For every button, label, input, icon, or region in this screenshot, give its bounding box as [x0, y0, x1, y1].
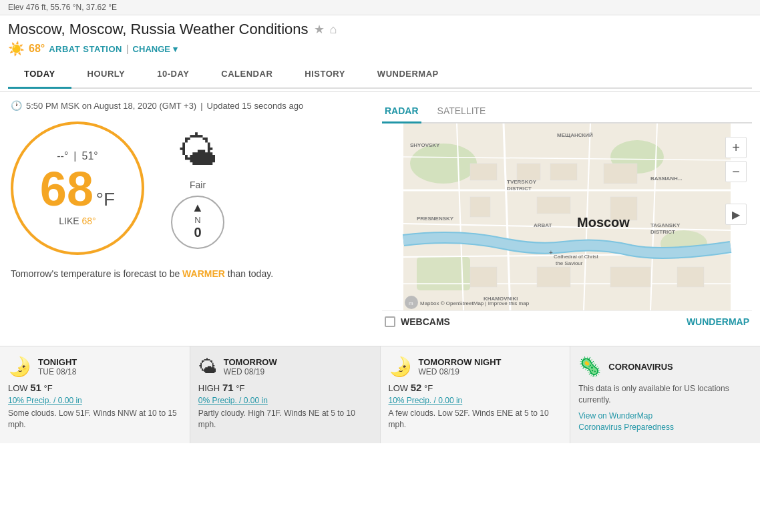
svg-rect-19 — [537, 197, 570, 214]
svg-text:DISTRICT: DISTRICT — [507, 186, 532, 192]
svg-rect-17 — [604, 164, 637, 184]
svg-text:Cathedral of Christ: Cathedral of Christ — [554, 254, 598, 260]
sun-icon: ☀️ — [8, 41, 25, 57]
tomorrow-period: TOMORROW — [224, 357, 277, 367]
svg-rect-18 — [470, 197, 490, 217]
map-tabs: RADAR SATELLITE — [382, 100, 752, 123]
tonight-temp-row: LOW 51 °F — [8, 382, 182, 393]
webcam-label: WEBCAMS — [401, 316, 450, 327]
tomorrow-night-period: TOMORROW NIGHT — [419, 357, 502, 367]
svg-text:Mapbox © OpenStreetMap | Impro: Mapbox © OpenStreetMap | Improve this ma… — [420, 300, 530, 306]
home-icon[interactable]: ⌂ — [330, 23, 337, 37]
tab-satellite[interactable]: SATELLITE — [435, 100, 489, 123]
tonight-date: TUE 08/18 — [38, 367, 77, 376]
change-link[interactable]: CHANGE ▾ — [133, 44, 178, 54]
tonight-temp-value: 51 — [30, 382, 41, 393]
wind-speed: 0 — [194, 225, 201, 240]
svg-text:the Saviour: the Saviour — [556, 260, 583, 266]
card-header-tomorrow: 🌤 TOMORROW WED 08/19 — [198, 356, 372, 378]
map-svg: SHYOVSKY МЕЩАНСКИЙ TVERSKOY DISTRICT BAS… — [382, 123, 752, 310]
svg-text:МЕЩАНСКИЙ: МЕЩАНСКИЙ — [557, 132, 593, 138]
svg-text:BASMANН...: BASMANН... — [650, 176, 683, 182]
tomorrow-precip[interactable]: 0% Precip. / 0.00 in — [198, 396, 372, 405]
station-row: ☀️ 68° ARBAT STATION | CHANGE ▾ — [8, 41, 752, 57]
tomorrow-night-temp-label: LOW — [389, 383, 409, 393]
timestamp-row: 🕐 5:50 PM MSK on August 18, 2020 (GMT +3… — [11, 100, 363, 111]
svg-text:PRESNENSKY: PRESNENSKY — [417, 216, 454, 222]
elevation-text: Elev 476 ft, 55.76 °N, 37.62 °E — [8, 3, 117, 12]
tab-wundermap[interactable]: WUNDERMAP — [361, 62, 455, 87]
nav-tabs: TODAY HOURLY 10-DAY CALENDAR HISTORY WUN… — [8, 62, 752, 89]
change-label: CHANGE — [133, 44, 170, 54]
station-name: ARBAT STATION — [49, 44, 122, 54]
wundermap-link[interactable]: WUNDERMAP — [687, 316, 749, 327]
card-title-tomorrow: TOMORROW WED 08/19 — [224, 357, 277, 376]
webcam-checkbox[interactable] — [385, 316, 395, 327]
tomorrow-temp-label: HIGH — [198, 383, 220, 393]
separator: | — [200, 101, 202, 111]
corona-link-preparedness[interactable]: Coronavirus Preparedness — [578, 423, 752, 432]
map-zoom-in-button[interactable]: + — [725, 137, 747, 158]
webcam-section: WEBCAMS — [385, 316, 450, 327]
map-play-button[interactable]: ▶ — [725, 204, 747, 225]
tomorrow-night-icon: 🌛 — [389, 356, 412, 378]
map-zoom-out-button[interactable]: − — [725, 161, 747, 182]
timestamp: 5:50 PM MSK on August 18, 2020 (GMT +3) — [26, 101, 196, 111]
forecast-after: than today. — [225, 268, 273, 279]
card-header-tomorrow-night: 🌛 TOMORROW NIGHT WED 08/19 — [389, 356, 562, 378]
tab-today[interactable]: TODAY — [8, 62, 71, 89]
feels-like-label: LIKE — [59, 216, 79, 226]
tonight-temp-label: LOW — [8, 383, 28, 393]
tomorrow-temp-unit: °F — [236, 383, 244, 393]
svg-rect-15 — [517, 164, 540, 180]
tab-history[interactable]: HISTORY — [289, 62, 361, 87]
temp-secondary: 51° — [82, 150, 98, 162]
temp-display: 68 °F — [40, 165, 115, 213]
tonight-desc: Some clouds. Low 51F. Winds NNW at 10 to… — [8, 408, 182, 431]
star-icon[interactable]: ★ — [314, 22, 325, 37]
tab-hourly[interactable]: HOURLY — [71, 62, 142, 87]
tomorrow-night-temp-row: LOW 52 °F — [389, 382, 562, 393]
forecast-warmer: WARMER — [182, 268, 225, 279]
forecast-card-tonight: 🌛 TONIGHT TUE 08/18 LOW 51 °F 10% Precip… — [0, 346, 190, 443]
svg-text:+: + — [549, 249, 553, 256]
chevron-down-icon: ▾ — [173, 44, 178, 54]
temp-small-row: --° | 51° — [57, 150, 98, 162]
weather-main: --° | 51° 68 °F LIKE 68° 🌤 Fair — [11, 121, 363, 255]
wind-arrow-icon: ▲ — [192, 201, 204, 215]
tomorrow-temp-row: HIGH 71 °F — [198, 382, 372, 393]
forecast-text: Tomorrow's temperature is forecast to be… — [11, 268, 363, 279]
temp-unit: °F — [96, 189, 115, 210]
weather-condition: 🌤 Fair ▲ N 0 — [171, 128, 224, 249]
tomorrow-date: WED 08/19 — [224, 367, 277, 376]
main-content: 🕐 5:50 PM MSK on August 18, 2020 (GMT +3… — [0, 92, 760, 340]
wind-direction: N — [194, 215, 200, 225]
tomorrow-icon: 🌤 — [198, 356, 217, 378]
temp-range: --° — [57, 150, 68, 162]
svg-text:SHYOVSKY: SHYOVSKY — [410, 142, 440, 148]
temp-circle: --° | 51° 68 °F LIKE 68° — [11, 121, 144, 255]
tab-calendar[interactable]: CALENDAR — [205, 62, 289, 87]
tomorrow-desc: Partly cloudy. High 71F. Winds NE at 5 t… — [198, 408, 372, 431]
tomorrow-night-precip[interactable]: 10% Precip. / 0.00 in — [389, 396, 562, 405]
left-panel: 🕐 5:50 PM MSK on August 18, 2020 (GMT +3… — [0, 92, 374, 340]
tomorrow-night-temp-value: 52 — [411, 382, 422, 393]
divider: | — [126, 43, 129, 54]
svg-text:TVERSKOY: TVERSKOY — [507, 179, 537, 185]
svg-text:m: m — [409, 300, 413, 306]
tab-10day[interactable]: 10-DAY — [141, 62, 205, 87]
card-header-tonight: 🌛 TONIGHT TUE 08/18 — [8, 356, 182, 378]
header: Moscow, Moscow, Russia Weather Condition… — [0, 15, 760, 92]
tonight-precip[interactable]: 10% Precip. / 0.00 in — [8, 396, 182, 405]
wind-compass: ▲ N 0 — [171, 196, 224, 249]
tonight-temp-unit: °F — [44, 383, 53, 393]
tab-radar[interactable]: RADAR — [382, 100, 421, 123]
tomorrow-night-desc: A few clouds. Low 52F. Winds ENE at 5 to… — [389, 408, 562, 431]
svg-rect-21 — [470, 267, 497, 287]
coronavirus-icon: 🦠 — [578, 356, 602, 378]
svg-text:TAGANSKY: TAGANSKY — [650, 222, 681, 228]
top-bar: Elev 476 ft, 55.76 °N, 37.62 °E — [0, 0, 760, 15]
corona-link-wundermap[interactable]: View on WunderMap — [578, 411, 752, 421]
page-title: Moscow, Moscow, Russia Weather Condition… — [8, 21, 309, 38]
svg-rect-23 — [610, 267, 650, 287]
